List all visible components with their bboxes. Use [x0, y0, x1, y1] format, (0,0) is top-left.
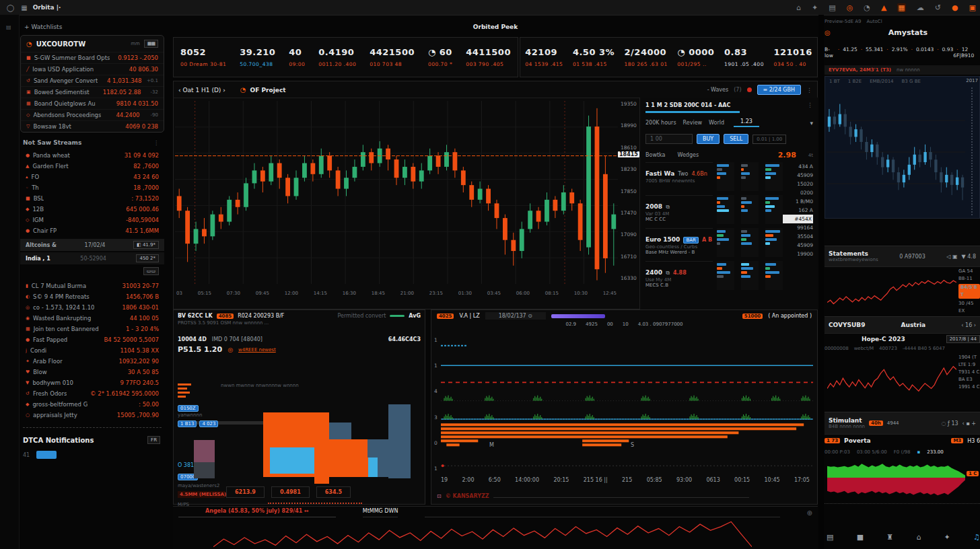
statements-icon-2[interactable]: ▼ 4.8 [962, 254, 976, 260]
notifications-badge[interactable]: FR [147, 436, 160, 444]
depth-row[interactable]: Fasti Wa Two 4.6Bn 7005 BHW nnewnnts [645, 162, 713, 195]
depth-area-chart[interactable] [827, 460, 965, 499]
toolbar-icon[interactable]: ◎ [847, 3, 853, 12]
rail-panel-icon[interactable]: ▤ [6, 24, 11, 30]
chart-mode-label[interactable]: - Waves [707, 87, 729, 93]
chart-menu-icon[interactable]: ⋮ [806, 87, 812, 94]
toolbar-icon[interactable]: ▲ [881, 3, 886, 12]
toolbar-icon[interactable]: ✦ [812, 3, 818, 12]
symbol-timeframe-selector[interactable]: ‹ Oat 1 H1 (D) › [178, 87, 225, 94]
watchlist-row[interactable]: ■S-GW Summer Board Opts 0.9123 -.2050 [21, 52, 164, 63]
watchlist-row[interactable]: ↺Sand Avenger Convert 4 1,031.348 +0.1 [21, 75, 164, 86]
row-badge[interactable]: BAR [683, 237, 698, 244]
stream-row[interactable]: ◦Th 18 ,7000 [20, 182, 164, 193]
notification-action-button[interactable] [36, 451, 57, 459]
stream-row[interactable]: ◆12B 645 000.46 [20, 204, 164, 215]
toolbar-icon[interactable]: ◔ [864, 3, 870, 12]
search-row[interactable]: India , 1 50-52904 450 2* [20, 252, 164, 264]
candlestick-chart[interactable] [175, 101, 618, 284]
position-row[interactable]: ●Fast Papped B4 52 5000 5,5007 [20, 334, 164, 345]
statements-chart[interactable] [827, 269, 956, 314]
stream-row[interactable]: ▲Garden Flert 82 ,7600 [20, 161, 164, 172]
statements-icon-1[interactable]: ◁ ▣ [946, 254, 957, 260]
stat-box[interactable]: 6213.9 [226, 486, 265, 498]
position-row[interactable]: јCondi 1104 5.38 XX [20, 345, 164, 356]
depth-row[interactable]: 2400 ⧉ 4.88 Use My 4M MECS C.B [645, 261, 713, 294]
toolbar-icon[interactable]: ↺ [935, 3, 941, 12]
toolbar-icon[interactable]: ▦ [897, 3, 905, 12]
position-row[interactable]: ▼bodhywm 010 9 77FO 240.5 [20, 377, 164, 388]
position-row[interactable]: ✦Arab Floor 10932,202 90 [20, 356, 164, 367]
stream-row[interactable]: ●Panda wheat 31 09 4 092 [20, 150, 164, 161]
depth-row[interactable]: 2008 ⧉ Var 03 4M MC C CC [645, 195, 713, 228]
position-row[interactable]: ◎co - 1.573, 1924 1.10 1806 430-01 [20, 302, 164, 313]
watchlist-row[interactable]: ╱Iowa USD Application 40 806.30 [21, 63, 164, 75]
slider-row[interactable]: Altcoins & 17/02/4 ◧ 41.9* [20, 239, 164, 251]
stream-row[interactable]: ■BSL : 73,1520 [20, 193, 164, 204]
austria-chart[interactable] [827, 355, 956, 406]
position-row[interactable]: ○appraisals Jetty 15005 ,700.90 [20, 410, 164, 420]
watchlist-row[interactable]: ◇Abendsons Proceedings 44.2400 -90 [21, 109, 164, 120]
tab-active[interactable]: Angela (45.83, 50% july) 829/41 ↔ [178, 508, 336, 517]
record-icon[interactable] [747, 87, 752, 92]
position-row[interactable]: ◆gross-beltformed G : 50.00 [20, 399, 164, 410]
stat-box[interactable]: 0.4981 [271, 486, 310, 498]
app-dock-icon[interactable]: ⌂ [916, 533, 921, 542]
step-selector[interactable]: 0.01 | 1.00 [753, 135, 786, 144]
quantity-input[interactable]: 1 00 [645, 134, 693, 144]
tab-inactive[interactable]: MtMMG DWN [363, 508, 398, 517]
position-row[interactable]: ▦Join ten cent Bannered 1 - 3 20 4% [20, 324, 164, 334]
analytics-icon[interactable]: ◎ [825, 29, 831, 36]
stimulant-pill[interactable]: 40h [869, 420, 883, 426]
blocks-chart[interactable] [174, 310, 426, 505]
app-dock-icon[interactable]: ■ [857, 533, 864, 542]
footer-icon[interactable]: ⊡ [437, 493, 442, 499]
toolbar-icon[interactable]: ⌂ [796, 3, 801, 12]
search-chip[interactable]: 450 2* [136, 254, 159, 262]
timeline-chart[interactable] [441, 334, 813, 476]
app-dock-icon[interactable]: ✦ [944, 533, 950, 542]
expand-icon[interactable]: ⊕ [807, 509, 812, 517]
watchlist-settings-button[interactable]: ▦▦ [144, 40, 158, 48]
stat-box[interactable]: 634.5 [316, 486, 351, 498]
time-axis[interactable]: 0305:1507:3009:4512:0014:1516:3018:4521:… [176, 291, 617, 296]
section2-menu-icon[interactable]: ⋮ [153, 140, 159, 146]
app-dock-icon[interactable]: ♫ [973, 533, 980, 542]
depth-row[interactable]: Euro 1500 BAR A B Geo-countless / Curbs … [645, 228, 713, 261]
sell-button[interactable]: SELL [724, 134, 748, 144]
timeline-x-axis[interactable]: 192:006:5014:00:0020:15215 16 ||21505:85… [441, 477, 810, 483]
grid-menu-icon[interactable]: ▦ [21, 4, 27, 11]
column-header-1[interactable]: Bowtka [645, 152, 665, 158]
stimulant-icons-1[interactable]: ◌ ƒ 13 [942, 420, 958, 427]
add-watchlist-button[interactable]: + Watchlists [24, 24, 62, 30]
tab-hours[interactable]: 200K hours [645, 120, 676, 126]
tab-world[interactable]: World [709, 120, 724, 126]
toolbar-icon[interactable]: ▤ [829, 3, 835, 12]
column-header-2[interactable]: Wedges [677, 152, 699, 158]
slider-chip[interactable]: ◧ 41.9* [133, 241, 159, 249]
mini-box-button[interactable]: ▭▭ [143, 267, 159, 275]
watchlist-row[interactable]: ▽Bowsaw 18vt 4069 0 238 [21, 120, 164, 132]
position-row[interactable]: ♥Blow 30 A 50 85 [20, 367, 164, 377]
timeframe-button[interactable]: ≡ 2/24 GBH [757, 85, 801, 95]
austria-box[interactable]: 2017/8 | 44 [946, 335, 980, 343]
price-axis[interactable]: 1935018990186101823017850174701709016710… [621, 101, 638, 281]
tab-review[interactable]: Review [683, 120, 703, 126]
stream-row[interactable]: ●Chair FP 41.5 1,6MM [20, 225, 164, 236]
watchlist-row[interactable]: ▦Boand Quietglows Au 9810 4 031.50 [21, 98, 164, 109]
toolbar-icon[interactable]: ▣ [969, 3, 976, 12]
toolbar-icon[interactable]: ☁ [917, 3, 924, 12]
position-row[interactable]: ▮CL 7 Mutual Burma 31003 20-77 [20, 281, 164, 291]
app-logo-icon[interactable]: ◯ [7, 4, 14, 11]
app-dock-icon[interactable]: ♜ [886, 533, 893, 542]
toolbar-icon[interactable]: ● [952, 3, 958, 12]
watchlist-row[interactable]: ▣Bowed Sedimentist 1182.05 2.88 -32 [21, 86, 164, 98]
tab-input[interactable]: 1.23 [734, 118, 759, 127]
mini-candle-chart[interactable] [827, 89, 965, 215]
position-row[interactable]: ↺Fresh Odors © 2* 1.61942 595.0000 [20, 388, 164, 399]
timeline-date[interactable]: 18/02/137 ⊙ [485, 312, 546, 320]
app-dock-icon[interactable]: ▤ [827, 533, 833, 542]
stream-row[interactable]: ◇IGM -840,59004 [20, 215, 164, 225]
buy-button[interactable]: BUY [697, 134, 720, 144]
order-panel-menu-icon[interactable]: ⋮ [807, 102, 813, 108]
